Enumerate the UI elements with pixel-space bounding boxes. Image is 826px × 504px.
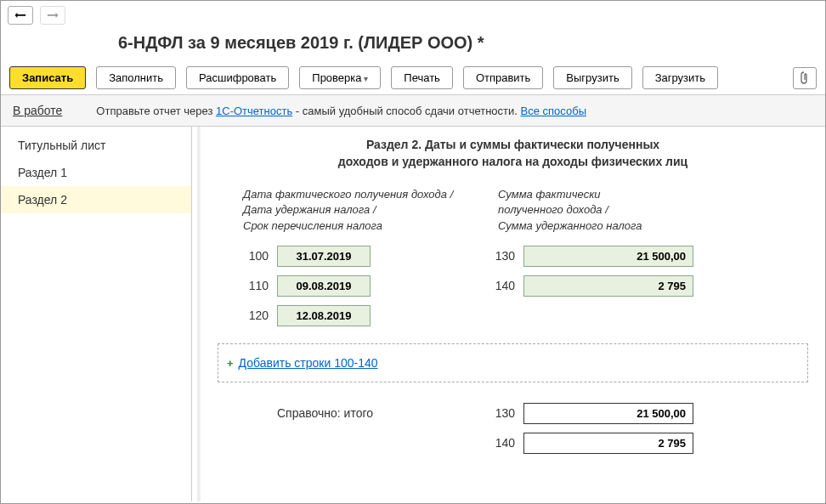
amount-field-140[interactable]: [523, 275, 693, 297]
totals-field-130[interactable]: [523, 403, 693, 424]
totals-field-140[interactable]: [523, 433, 693, 454]
link-all-methods[interactable]: Все способы: [521, 105, 586, 117]
import-button[interactable]: Загрузить: [642, 66, 718, 89]
line-num-140: 140: [489, 279, 523, 292]
totals-num-140: 140: [489, 436, 523, 450]
line-num-130: 130: [489, 249, 523, 263]
sidebar: Титульный лист Раздел 1 Раздел 2: [1, 127, 192, 501]
date-field-100[interactable]: [277, 246, 371, 267]
decrypt-button[interactable]: Расшифровать: [186, 66, 289, 89]
section-title: Раздел 2. Даты и суммы фактически получе…: [218, 137, 808, 170]
plus-icon: +: [227, 357, 234, 370]
info-text: Отправьте отчет через 1С-Отчетность - са…: [96, 105, 586, 117]
sidebar-item-section-1[interactable]: Раздел 1: [1, 159, 191, 186]
print-button[interactable]: Печать: [391, 66, 453, 89]
line-num-110: 110: [243, 279, 277, 292]
save-button[interactable]: Записать: [9, 66, 86, 89]
send-button[interactable]: Отправить: [463, 66, 543, 89]
forward-button[interactable]: 🠖: [40, 6, 65, 25]
info-bar: В работе Отправьте отчет через 1С-Отчетн…: [1, 95, 825, 127]
sidebar-item-title-page[interactable]: Титульный лист: [1, 132, 191, 159]
toolbar: Записать Заполнить Расшифровать Проверка…: [1, 61, 825, 95]
add-rows-section: +Добавить строки 100-140: [218, 343, 808, 382]
totals-num-130: 130: [489, 406, 523, 420]
totals-label: Справочно: итого: [243, 406, 489, 420]
fill-button[interactable]: Заполнить: [96, 66, 176, 89]
date-field-120[interactable]: [277, 305, 371, 326]
check-button[interactable]: Проверка: [299, 66, 381, 89]
amount-field-130[interactable]: [523, 246, 693, 267]
col-header-amounts: Сумма фактически полученного дохода / Су…: [498, 187, 642, 234]
back-button[interactable]: 🠔: [8, 6, 33, 25]
sidebar-item-section-2[interactable]: Раздел 2: [1, 186, 191, 213]
status-label[interactable]: В работе: [13, 104, 62, 117]
date-field-110[interactable]: [277, 275, 371, 297]
link-1c-report[interactable]: 1С-Отчетность: [216, 105, 292, 117]
paperclip-icon: [799, 71, 811, 85]
col-header-dates: Дата фактического получения дохода / Дат…: [243, 187, 498, 234]
export-button[interactable]: Выгрузить: [553, 66, 631, 89]
page-title: 6-НДФЛ за 9 месяцев 2019 г. (ЛИДЕР ООО) …: [1, 30, 825, 61]
add-rows-link[interactable]: Добавить строки 100-140: [239, 356, 378, 370]
attach-button[interactable]: [793, 67, 817, 89]
line-num-100: 100: [243, 249, 277, 263]
line-num-120: 120: [243, 309, 277, 322]
content: Раздел 2. Даты и суммы фактически получе…: [197, 127, 825, 501]
